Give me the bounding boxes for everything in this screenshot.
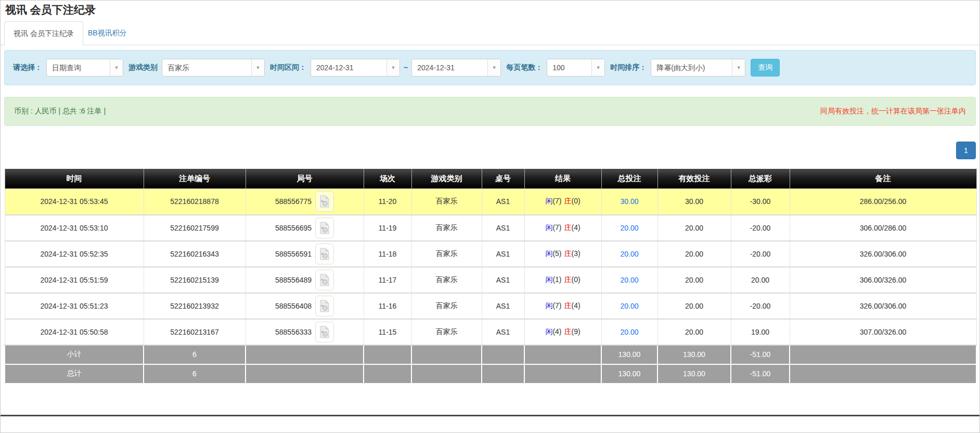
query-type-select[interactable]: 日期查询 ▼: [46, 59, 123, 77]
footer-bet-count: 6: [144, 345, 246, 364]
video-replay-button[interactable]: [315, 296, 334, 316]
cell-valid-bet: 30.00: [657, 189, 731, 215]
tab-label: BB视讯积分: [88, 29, 127, 37]
column-header-9: 有效投注: [657, 169, 731, 189]
cell-bet-id: 522160217599: [144, 215, 246, 241]
tab-label: 视讯 会员下注纪录: [14, 29, 74, 37]
page-size-label: 每页笔数：: [506, 63, 543, 72]
cell-round-id: 588556775: [246, 189, 364, 215]
total-bet-link[interactable]: 20.00: [620, 276, 638, 284]
game-type-select[interactable]: 百家乐 ▼: [162, 59, 265, 77]
table-row: 2024-12-31 05:53:10522160217599588556695…: [5, 215, 976, 241]
total-bet-link[interactable]: 20.00: [620, 328, 638, 336]
valid-bet-note: 同局有效投注，统一计算在该局第一张注单内: [820, 107, 966, 116]
subtotal-row: 小计6130.00130.00-51.00: [5, 345, 976, 364]
cell-game-type: 百家乐: [411, 215, 482, 241]
cell-result: 闲(7)庄(0): [524, 189, 601, 215]
total-bet-link[interactable]: 20.00: [620, 250, 638, 258]
panel-bottom-divider: [1, 415, 979, 416]
table-footer: 小计6130.00130.00-51.00总计6130.00130.00-51.…: [5, 345, 976, 384]
video-replay-button[interactable]: [315, 322, 334, 342]
search-button[interactable]: 查询: [751, 59, 780, 77]
round-number: 588556775: [275, 197, 312, 206]
video-replay-icon: [319, 248, 330, 260]
cell-result: 闲(4)庄(9): [524, 319, 601, 345]
cell-remark: 306.00/286.00: [790, 215, 976, 241]
column-header-5: 游戏类别: [411, 169, 482, 189]
cell-valid-bet: 20.00: [657, 215, 731, 241]
chevron-down-icon: ▼: [591, 59, 604, 76]
tab-bb-video-points[interactable]: BB视讯积分: [79, 21, 136, 45]
cell-time: 2024-12-31 05:53:10: [5, 215, 144, 241]
cell-session: 11-19: [364, 215, 411, 241]
cell-payout: 20.00: [731, 267, 790, 293]
chevron-down-icon: ▼: [110, 59, 123, 76]
cell-total-bet: 20.00: [601, 241, 657, 267]
cell-bet-id: 522160213932: [144, 293, 246, 319]
result-player-score: (7): [552, 301, 561, 310]
result-player: 闲: [545, 249, 552, 258]
table-row: 2024-12-31 05:51:23522160213932588556408…: [5, 293, 976, 319]
tab-video-bet-records[interactable]: 视讯 会员下注纪录: [4, 21, 83, 45]
table-row: 2024-12-31 05:53:45522160218878588556775…: [5, 189, 976, 215]
cell-payout: -20.00: [731, 241, 790, 267]
result-player: 闲: [545, 327, 552, 336]
result-banker: 庄: [564, 301, 572, 310]
result-banker-score: (3): [572, 249, 581, 258]
cell-table-number: AS1: [482, 189, 524, 215]
cell-session: 11-18: [364, 241, 411, 267]
cell-round-id: 588556591: [246, 241, 364, 267]
result-player-score: (4): [552, 327, 561, 336]
cell-valid-bet: 20.00: [657, 267, 731, 293]
video-replay-button[interactable]: [315, 270, 334, 290]
column-header-4: 场次: [364, 169, 411, 189]
sort-order-label: 时间排序：: [610, 63, 647, 72]
video-replay-icon: [319, 326, 330, 338]
column-header-6: 桌号: [482, 169, 524, 189]
footer-total-bet: 130.00: [601, 345, 657, 364]
footer-bet-count: 6: [144, 364, 246, 384]
column-header-7: 结果: [524, 169, 601, 189]
column-header-11: 备注: [790, 169, 976, 189]
pagination-page-1-button[interactable]: 1: [956, 142, 976, 159]
video-replay-button[interactable]: [315, 191, 334, 212]
cell-time: 2024-12-31 05:52:35: [5, 241, 144, 267]
cell-result: 闲(1)庄(0): [524, 267, 601, 293]
date-from-input[interactable]: 2024-12-31 ▼: [311, 59, 400, 77]
cell-game-type: 百家乐: [411, 267, 482, 293]
total-bet-link[interactable]: 20.00: [620, 302, 638, 310]
sort-order-select[interactable]: 降幂(由大到小) ▼: [651, 59, 745, 77]
table-row: 2024-12-31 05:52:35522160216343588556591…: [5, 241, 976, 267]
round-number: 588556333: [275, 328, 312, 336]
total-bet-link[interactable]: 30.00: [620, 197, 638, 206]
cell-total-bet: 20.00: [601, 267, 657, 293]
cell-remark: 307.00/326.00: [790, 319, 976, 345]
query-type-label: 请选择：: [13, 63, 42, 72]
chevron-down-icon: ▼: [487, 59, 500, 76]
tab-bar: 视讯 会员下注纪录 BB视讯积分: [0, 21, 980, 45]
time-range-label: 时间区间：: [270, 63, 306, 72]
cell-round-id: 588556489: [246, 267, 364, 293]
video-replay-button[interactable]: [315, 244, 334, 264]
cell-table-number: AS1: [482, 319, 524, 345]
game-type-value: 百家乐: [162, 59, 251, 76]
video-replay-icon: [319, 300, 330, 312]
page-size-value: 100: [547, 59, 591, 76]
result-banker: 庄: [564, 327, 572, 336]
footer-total-bet: 130.00: [601, 364, 657, 384]
range-separator: ~: [404, 63, 408, 72]
result-banker-score: (4): [572, 301, 581, 310]
grand-total-row: 总计6130.00130.00-51.00: [5, 364, 976, 384]
total-bet-link[interactable]: 20.00: [620, 224, 638, 232]
chevron-down-icon: ▼: [732, 59, 745, 76]
footer-label: 小计: [5, 345, 144, 364]
cell-valid-bet: 20.00: [657, 241, 731, 267]
result-banker: 庄: [564, 275, 572, 284]
column-header-8: 总投注: [601, 169, 657, 189]
table-body: 2024-12-31 05:53:45522160218878588556775…: [5, 189, 976, 345]
cell-table-number: AS1: [482, 267, 524, 293]
video-replay-button[interactable]: [315, 218, 334, 238]
date-to-input[interactable]: 2024-12-31 ▼: [411, 59, 501, 77]
page-size-select[interactable]: 100 ▼: [547, 59, 605, 77]
cell-session: 11-17: [364, 267, 411, 293]
